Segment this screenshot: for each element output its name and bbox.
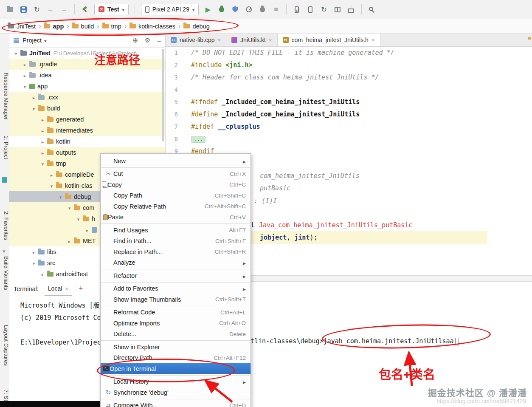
device-dropdown[interactable]: Pixel 2 API 29 [141,4,199,15]
favorites-star-icon[interactable] [2,247,6,254]
close-icon[interactable] [65,285,68,292]
menu-item-compare-with[interactable]: Compare With...Ctrl+D [101,400,251,407]
tree-expand-icon[interactable] [66,204,73,211]
menu-item-find-in-path[interactable]: Find in Path...Ctrl+Shift+F [101,236,251,247]
terminal-tab-local[interactable]: Local [45,282,72,296]
tree-item-app[interactable]: app [9,81,165,92]
menu-item-delete[interactable]: Delete...Delete [101,329,251,340]
back-button[interactable]: ← [44,3,57,15]
menu-item-reformat-code[interactable]: Reformat CodeCtrl+Alt+L [101,307,251,318]
search-everywhere-button[interactable] [366,3,378,15]
tree-expand-icon[interactable] [75,215,82,222]
breadcrumb-item-app[interactable]: app [44,23,64,30]
breadcrumb-item-tmp[interactable]: tmp [102,23,121,30]
terminal-prompt-line[interactable]: tlin-classes\debug>javah com.heima.jnite… [251,335,459,348]
menu-item-find-usages[interactable]: Find UsagesAlt+F7 [101,225,251,236]
breadcrumb-item-jnitest[interactable]: JniTest [8,23,36,30]
save-all-button[interactable] [17,3,30,15]
stripe-tab-build-variants[interactable]: Build Variants [1,256,9,290]
layout-inspector-button[interactable] [331,3,344,15]
new-terminal-session-button[interactable] [79,284,83,293]
tree-expand-icon[interactable] [66,237,73,244]
tree-expand-icon[interactable] [31,94,37,101]
forward-button[interactable]: → [58,3,70,15]
tree-expand-icon[interactable] [22,72,28,79]
tree-item-build[interactable]: build [9,103,165,114]
tree-expand-icon[interactable] [84,226,90,233]
menu-item-show-image-thumbnails[interactable]: Show Image ThumbnailsCtrl+Shift+T [101,294,251,305]
menu-item-show-in-explorer[interactable]: Show in Explorer [101,342,251,353]
menu-item-synchronize-debug[interactable]: Synchronize 'debug' [101,387,251,398]
stripe-tab-project[interactable]: 1: Project [1,136,9,159]
menu-item-new[interactable]: New [101,155,251,167]
tree-expand-icon[interactable] [39,160,46,167]
close-icon[interactable] [218,37,221,43]
tree-expand-icon[interactable] [31,260,37,266]
menu-item-paste[interactable]: PasteCtrl+V [101,212,251,223]
run-with-coverage-button[interactable] [229,3,242,15]
locate-file-icon[interactable] [132,37,138,44]
editor-tab-native-lib-cpp[interactable]: native-lib.cpp [166,34,226,46]
menu-item-cut[interactable]: CutCtrl+X [101,169,251,180]
stripe-tab-layout-captures[interactable]: Layout Captures [1,325,9,366]
menu-item-copy-path[interactable]: Copy PathCtrl+Shift+C [101,190,251,201]
menu-item-copy-relative-path[interactable]: Copy Relative PathCtrl+Alt+Shift+C [101,201,251,212]
tree-expand-icon[interactable] [22,83,28,90]
project-scrollbar[interactable] [162,49,164,141]
debug-button[interactable] [215,3,228,15]
tree-item-generated[interactable]: generated [9,114,165,125]
tree-item-kotlin[interactable]: kotlin [9,136,165,147]
menu-item-optimize-imports[interactable]: Optimize ImportsCtrl+Alt+O [101,318,251,329]
stripe-tab-favorites[interactable]: 2: Favorites [1,211,9,240]
editor-tab-com-heima-jnitest-jniutils-h[interactable]: com_heima_jnitest_JniUtils.h [278,34,380,46]
avd-manager-button[interactable] [290,3,303,15]
make-project-button[interactable] [79,3,91,15]
hide-panel-icon[interactable] [157,37,161,44]
tree-expand-icon[interactable] [31,105,37,112]
project-tool-icon[interactable] [2,177,7,183]
profiler-button[interactable] [242,3,255,15]
tree-item-cxx[interactable]: .cxx [9,92,165,103]
menu-item-add-to-favorites[interactable]: Add to Favorites [101,283,251,294]
tree-expand-icon[interactable] [39,127,46,134]
close-icon[interactable] [269,37,272,43]
run-config-dropdown[interactable]: Test [94,4,129,15]
menu-item-copy[interactable]: CopyCtrl+C [101,179,251,190]
run-button[interactable]: ▶ [202,3,214,15]
tree-expand-icon[interactable] [48,182,55,189]
tree-expand-icon[interactable] [39,271,46,277]
menu-item-replace-in-path[interactable]: Replace in Path...Ctrl+Shift+R [101,246,251,257]
tree-item-gradle[interactable]: .gradle [9,59,165,70]
attach-debugger-button[interactable] [256,3,269,15]
tree-item-intermediates[interactable]: intermediates [9,125,165,136]
sdk-manager-button[interactable] [345,3,357,15]
close-icon[interactable] [372,37,375,43]
tree-expand-icon[interactable] [31,249,37,255]
tree-expand-icon[interactable] [39,116,46,123]
menu-item-directory-path[interactable]: Directory PathCtrl+Alt+F12 [101,353,251,364]
tree-expand-icon[interactable] [39,138,46,145]
menu-item-local-history[interactable]: Local History [101,376,251,387]
breadcrumb-item-kotlin-classes[interactable]: kotlin-classes [129,23,175,30]
tree-item-idea[interactable]: .idea [9,70,165,81]
tree-expand-icon[interactable] [22,61,28,68]
breadcrumb-item-debug[interactable]: debug [183,23,209,30]
menu-item-analyze[interactable]: Analyze [101,257,251,269]
menu-item-refactor[interactable]: Refactor [101,270,251,281]
device-file-explorer-button[interactable] [304,3,317,15]
gradle-sync-button[interactable]: ↻ [318,3,330,15]
tree-expand-icon[interactable] [48,171,55,178]
project-panel-title[interactable]: Project [23,37,42,44]
stripe-tab-resource-manager[interactable]: Resource Manager [1,73,9,120]
tree-expand-icon[interactable] [13,50,19,57]
gear-icon[interactable] [145,37,150,44]
open-project-button[interactable] [3,3,16,15]
editor-tab-jniutils-kt[interactable]: JniUtils.kt [226,34,278,46]
stop-button[interactable]: ■ [270,3,282,15]
breadcrumb-item-build[interactable]: build [72,23,94,30]
tree-item-jnitest[interactable]: JniTestE:\1Developer\1Project\AsProject\ [9,48,165,59]
synchronize-button[interactable]: ↻ [31,3,43,15]
tree-expand-icon[interactable] [39,149,46,156]
chevron-down-icon[interactable] [44,37,46,44]
menu-item-open-in-terminal[interactable]: Open in Terminal [101,363,251,374]
